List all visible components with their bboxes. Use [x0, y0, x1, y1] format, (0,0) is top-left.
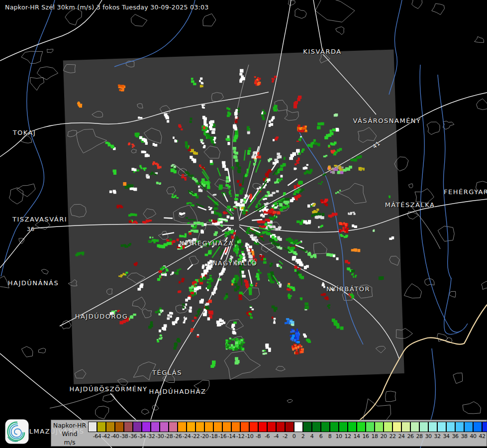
legend-parameter: Wind: [51, 430, 88, 438]
legend-swatch: [428, 422, 437, 432]
city-label-tiszavasvri: TISZAVASVÁRI: [12, 216, 67, 223]
city-label-hajdhadhz: HAJDÚHADHÁZ: [149, 388, 206, 395]
city-label-tokaj: TOKAJ: [13, 129, 36, 136]
city-label-nagykll: NAGYKÁLLÓ: [212, 259, 258, 267]
city-label-hajddorog: HAJDÚDOROG: [75, 313, 128, 320]
city-label-tgls: TÉGLÁS: [152, 369, 182, 376]
legend-swatch: [240, 422, 249, 432]
legend-swatch: [482, 422, 487, 432]
legend-tick: 30: [425, 433, 432, 440]
legend-swatch: [178, 422, 187, 432]
legend-swatch: [160, 422, 169, 432]
legend-swatch: [419, 422, 428, 432]
legend-swatch: [330, 422, 339, 432]
legend-swatch: [366, 422, 375, 432]
legend-unit: m/s: [51, 438, 88, 447]
legend-tick: -38: [120, 433, 128, 440]
legend-swatch: [464, 422, 473, 432]
title-text: Napkor-HR Szél 30km (m/s) 3 fokos Tuesda…: [5, 3, 209, 11]
city-label-hajdnns: HAJDÚNÁNÁS: [8, 279, 59, 287]
legend-swatch: [357, 422, 366, 432]
legend-swatch: [133, 422, 142, 432]
river-path: [444, 278, 462, 335]
road-number-label: 36: [27, 226, 35, 232]
legend-tick: 38: [461, 433, 468, 440]
legend-tick: -32: [147, 433, 155, 440]
legend-swatch: [249, 422, 258, 432]
legend-swatch: [142, 422, 151, 432]
legend-tick: 18: [372, 433, 378, 440]
legend-tick: -42: [102, 433, 110, 440]
city-label-vsrosnamny: VÁSÁROSNAMÉNY: [353, 117, 421, 124]
legend-tick: -12: [236, 433, 244, 440]
legend-tick: 6: [319, 433, 323, 440]
legend-swatch: [258, 422, 267, 432]
city-label-mtszalka: MÁTÉSZALKA: [385, 201, 435, 209]
legend-swatch: [151, 422, 160, 432]
legend-tick: -22: [192, 433, 199, 440]
legend-swatch: [410, 422, 419, 432]
legend-swatch: [312, 422, 321, 432]
legend-swatch: [169, 422, 178, 432]
city-label-nyregyhza: NYÍREGYHÁZA: [179, 239, 233, 247]
legend-swatch: [455, 422, 464, 432]
legend-tick: -8: [256, 433, 261, 440]
legend-tick: 26: [407, 433, 414, 440]
legend-tick: 42: [479, 433, 486, 440]
city-label-kisvrda: KISVÁRDA: [303, 48, 341, 55]
legend-tick: -24: [183, 433, 191, 440]
legend-swatch: [348, 422, 357, 432]
legend-tick: -26: [174, 433, 182, 440]
legend-tick: 0: [292, 433, 296, 440]
legend-tick: 20: [381, 433, 387, 440]
grayroad-path: [50, 390, 108, 408]
legend-swatch: [303, 422, 312, 432]
legend-tick: 34: [443, 433, 450, 440]
legend-swatch: [276, 422, 285, 432]
legend-swatch: [294, 422, 303, 432]
legend-tick: 22: [390, 433, 396, 440]
legend-product-name: Napkor-HR: [51, 421, 88, 430]
city-label-nyrbtor: NYÍRBÁTOR: [326, 285, 370, 293]
legend-tick: -6: [265, 433, 270, 440]
legend-swatch-strip: [88, 422, 487, 432]
legend-swatch: [195, 422, 204, 432]
legend-swatch: [384, 422, 392, 432]
legend-tick: -10: [245, 433, 253, 440]
legend-swatch: [285, 422, 294, 432]
legend-tick: 2: [301, 433, 305, 440]
legend-swatch: [88, 422, 97, 432]
legend-tick: -16: [218, 433, 226, 440]
legend-tick: 12: [345, 433, 351, 440]
legend-swatch: [446, 422, 455, 432]
radar-viewer: KISVÁRDAVÁSÁROSNAMÉNYTOKAJFEHÉRGYARMATMÁ…: [0, 0, 487, 448]
legend-tick: -30: [156, 433, 164, 440]
city-label-hajdbszrmny: HAJDÚBÖSZÖRMÉNY: [70, 385, 148, 393]
legend-bar: Napkor-HR Wind m/s -64-42-40-38-36-34-32…: [51, 420, 487, 447]
legend-swatch: [97, 422, 106, 432]
road-path: [313, 0, 322, 51]
legend-tick: -14: [227, 433, 235, 440]
legend-tick: -64: [93, 433, 101, 440]
legend-swatch: [213, 422, 222, 432]
legend-tick: 14: [354, 433, 360, 440]
legend-swatch: [339, 422, 348, 432]
legend-tick: -40: [111, 433, 119, 440]
river-path: [420, 65, 468, 332]
legend-swatch: [222, 422, 231, 432]
legend-tick: 16: [363, 433, 369, 440]
legend-swatch: [437, 422, 446, 432]
legend-tick: -28: [165, 433, 173, 440]
legend-swatch: [115, 422, 124, 432]
legend-tick: -20: [200, 433, 208, 440]
legend-swatch: [473, 422, 482, 432]
legend-tick: 4: [310, 433, 314, 440]
legend-tick-row: -64-42-40-38-36-34-32-30-28-26-24-22-20-…: [88, 433, 486, 441]
legend-swatch: [321, 422, 330, 432]
legend-swatch: [375, 422, 384, 432]
legend-swatch: [231, 422, 240, 432]
legend-tick: 8: [328, 433, 332, 440]
legend-tick: 40: [470, 433, 477, 440]
map-canvas: [0, 0, 487, 448]
legend-swatch: [204, 422, 213, 432]
